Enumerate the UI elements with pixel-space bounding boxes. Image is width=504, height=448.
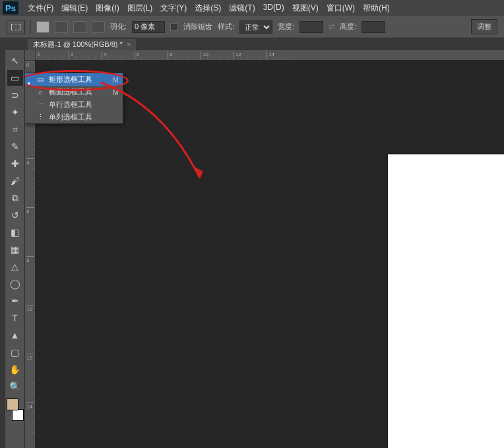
width-input[interactable] — [299, 21, 323, 33]
history-brush-tool[interactable]: ↺ — [7, 207, 23, 223]
ruler-corner — [25, 50, 36, 61]
flyout-active-dot — [28, 103, 32, 107]
move-tool[interactable]: ↖ — [7, 53, 23, 69]
eyedropper-tool[interactable]: ✎ — [7, 139, 23, 154]
background-swatch[interactable] — [12, 409, 24, 421]
healing-tool[interactable]: ✚ — [7, 156, 23, 172]
selection-subtract-button[interactable] — [73, 21, 86, 33]
height-label: 高度: — [340, 22, 356, 32]
menu-item[interactable]: 滤镜(T) — [225, 1, 259, 15]
style-label: 样式: — [218, 22, 234, 32]
marquee-tool[interactable]: ▭ — [7, 70, 23, 86]
flyout-item-shortcut: M — [113, 76, 119, 84]
left-gutter — [0, 50, 5, 448]
blur-tool[interactable]: △ — [7, 259, 23, 274]
marquee-tool-flyout: ▭矩形选框工具M○椭圆选框工具M⋯单行选框工具⋮单列选框工具 — [25, 73, 123, 124]
zoom-tool[interactable]: 🔍 — [7, 379, 23, 395]
document-tabbar: 未标题-1 @ 100%(RGB/8) * × — [0, 38, 504, 50]
menu-item[interactable]: 视图(V) — [288, 1, 323, 15]
flyout-item[interactable]: ▭矩形选框工具M — [25, 73, 123, 86]
flyout-item-icon: ○ — [36, 88, 45, 96]
adjust-button[interactable]: 调整 — [471, 19, 497, 34]
flyout-item-label: 单列选框工具 — [49, 112, 115, 122]
flyout-item-icon: ⋯ — [36, 100, 45, 109]
workspace: ↖▭⊃✦⌗✎✚🖌⧉↺◧▦△◯✒T▲▢✋🔍 02468101214 0246810… — [0, 50, 504, 448]
close-icon[interactable]: × — [127, 40, 131, 48]
document-tab[interactable]: 未标题-1 @ 100%(RGB/8) * × — [28, 39, 136, 50]
crop-tool[interactable]: ⌗ — [7, 121, 23, 137]
selection-new-button[interactable] — [36, 21, 49, 33]
flyout-item-label: 椭圆选框工具 — [49, 87, 109, 97]
menu-item[interactable]: 3D(D) — [259, 1, 288, 15]
type-tool[interactable]: T — [7, 310, 23, 326]
eraser-tool[interactable]: ◧ — [7, 224, 23, 240]
flyout-item-icon: ▭ — [36, 75, 45, 84]
flyout-item-shortcut: M — [113, 88, 119, 96]
menu-item[interactable]: 文件(F) — [24, 1, 57, 15]
color-swatches[interactable] — [7, 399, 24, 421]
flyout-item[interactable]: ○椭圆选框工具M — [25, 86, 123, 98]
style-select[interactable]: 正常 — [239, 20, 272, 34]
selection-add-button[interactable] — [55, 21, 68, 33]
menubar: Ps 文件(F)编辑(E)图像(I)图层(L)文字(Y)选择(S)滤镜(T)3D… — [0, 0, 504, 16]
menu-item[interactable]: 文字(Y) — [156, 1, 191, 15]
ps-logo-icon: Ps — [3, 1, 18, 15]
swap-icon[interactable]: ⇄ — [329, 22, 334, 31]
hand-tool[interactable]: ✋ — [7, 362, 23, 377]
ruler-horizontal: 02468101214 — [36, 50, 504, 61]
options-bar: 羽化: 消除锯齿 样式: 正常 宽度: ⇄ 高度: 调整 — [0, 16, 504, 38]
menu-item[interactable]: 图层(L) — [123, 1, 157, 15]
flyout-item-label: 单行选框工具 — [49, 100, 115, 110]
menu-item[interactable]: 帮助(H) — [359, 1, 394, 15]
pen-tool[interactable]: ✒ — [7, 293, 23, 309]
path-select-tool[interactable]: ▲ — [7, 327, 23, 343]
document-tab-title: 未标题-1 @ 100%(RGB/8) * — [33, 40, 123, 49]
brush-tool[interactable]: 🖌 — [7, 173, 23, 189]
magic-wand-tool[interactable]: ✦ — [7, 104, 23, 120]
antialias-checkbox[interactable] — [170, 23, 178, 31]
toolbar: ↖▭⊃✦⌗✎✚🖌⧉↺◧▦△◯✒T▲▢✋🔍 — [5, 50, 25, 448]
flyout-item-icon: ⋮ — [36, 113, 45, 121]
height-input[interactable] — [362, 21, 385, 33]
flyout-active-dot — [28, 78, 32, 82]
selection-intersect-button[interactable] — [92, 21, 105, 33]
gradient-tool[interactable]: ▦ — [7, 241, 23, 257]
flyout-item[interactable]: ⋮单列选框工具 — [25, 111, 123, 123]
menu-item[interactable]: 窗口(W) — [323, 1, 359, 15]
menu-item[interactable]: 编辑(E) — [57, 1, 92, 15]
lasso-tool[interactable]: ⊃ — [7, 87, 23, 103]
feather-input[interactable] — [132, 21, 165, 33]
menu-item[interactable]: 选择(S) — [191, 1, 225, 15]
stamp-tool[interactable]: ⧉ — [7, 190, 23, 206]
width-label: 宽度: — [278, 22, 294, 32]
foreground-swatch[interactable] — [7, 399, 18, 410]
canvas-area[interactable]: 02468101214 02468101214 ▭矩形选框工具M○椭圆选框工具M… — [25, 50, 504, 448]
feather-label: 羽化: — [110, 22, 127, 32]
flyout-active-dot — [28, 115, 32, 119]
dodge-tool[interactable]: ◯ — [7, 276, 23, 292]
antialias-label: 消除锯齿 — [183, 22, 212, 32]
menu-item[interactable]: 图像(I) — [92, 1, 123, 15]
flyout-item-label: 矩形选框工具 — [49, 75, 109, 84]
flyout-active-dot — [28, 90, 32, 94]
flyout-item[interactable]: ⋯单行选框工具 — [25, 98, 123, 111]
marquee-indicator-icon — [7, 20, 25, 34]
shape-tool[interactable]: ▢ — [7, 344, 23, 360]
canvas-document[interactable] — [388, 154, 504, 448]
